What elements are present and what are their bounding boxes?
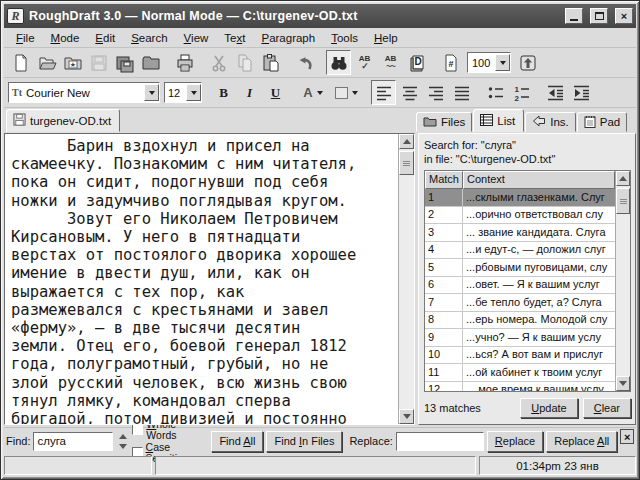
match-row[interactable]: 11...ой кабинет к твоим услуг bbox=[425, 364, 615, 382]
zoom-select[interactable]: 100 bbox=[467, 52, 511, 73]
match-row[interactable]: 3... звание кандидата. Слуга bbox=[425, 224, 615, 242]
font-family-select[interactable]: Tt Courier New bbox=[8, 82, 160, 103]
menu-mode[interactable]: Mode bbox=[43, 30, 88, 46]
spinner-down-button[interactable] bbox=[117, 442, 128, 450]
bullet-list-icon bbox=[487, 84, 505, 102]
editor-scrollbar[interactable] bbox=[398, 134, 414, 424]
match-list-scrollbar[interactable] bbox=[615, 171, 630, 391]
tab-pad[interactable]: Pad bbox=[577, 112, 627, 132]
word-count-button[interactable]: # bbox=[438, 50, 463, 75]
italic-button[interactable]: I bbox=[237, 80, 262, 105]
replace-input[interactable] bbox=[396, 432, 484, 451]
column-header-context[interactable]: Context bbox=[463, 171, 615, 189]
svg-text:2: 2 bbox=[514, 93, 519, 102]
match-row[interactable]: 12... мое время к вашим услу bbox=[425, 382, 615, 392]
highlight-color-button[interactable] bbox=[330, 80, 362, 105]
close-icon: × bbox=[621, 10, 627, 22]
new-document-button[interactable] bbox=[8, 50, 33, 75]
tab-row: turgenev-OD.txt Files List Ins. Pad bbox=[4, 108, 636, 132]
menu-search[interactable]: Search bbox=[123, 30, 175, 46]
find-in-files-button[interactable]: Find In Files bbox=[266, 431, 342, 452]
align-left-button[interactable] bbox=[371, 80, 396, 105]
editor-scrollbar-thumb[interactable] bbox=[399, 151, 414, 175]
list-scroll-up-button[interactable] bbox=[616, 171, 630, 186]
print-button[interactable] bbox=[172, 50, 197, 75]
font-dropdown-arrow[interactable] bbox=[144, 84, 159, 101]
numbered-list-button[interactable]: 12 bbox=[509, 80, 534, 105]
tab-list[interactable]: List bbox=[473, 109, 524, 132]
menu-text[interactable]: Text bbox=[216, 30, 253, 46]
maximize-button[interactable] bbox=[590, 8, 608, 24]
menu-file[interactable]: File bbox=[8, 30, 43, 46]
closed-folder-icon bbox=[141, 53, 161, 73]
editor-scrollbar-track[interactable] bbox=[399, 149, 414, 409]
align-center-button[interactable] bbox=[397, 80, 422, 105]
menu-tools[interactable]: Tools bbox=[323, 30, 366, 46]
menu-paragraph[interactable]: Paragraph bbox=[253, 30, 323, 46]
match-row[interactable]: 1...склыми глазенками. Слуг bbox=[425, 189, 615, 207]
match-row[interactable]: 6...овет. — Я к вашим услуг bbox=[425, 277, 615, 295]
match-row[interactable]: 5...рбовыми пуговицами, слу bbox=[425, 259, 615, 277]
tab-ins[interactable]: Ins. bbox=[525, 112, 576, 132]
text-editor[interactable]: Барин вздохнул и присел на скамеечку. По… bbox=[4, 133, 415, 425]
list-scroll-down-button[interactable] bbox=[616, 376, 630, 391]
menu-view[interactable]: View bbox=[176, 30, 217, 46]
whole-words-checkbox[interactable] bbox=[132, 424, 143, 435]
menu-edit[interactable]: Edit bbox=[87, 30, 123, 46]
match-row[interactable]: 8...ерь номера. Молодой слу bbox=[425, 312, 615, 330]
auto-spellcheck-button[interactable]: AB ~~ bbox=[378, 50, 403, 75]
align-right-button[interactable] bbox=[423, 80, 448, 105]
save-all-button[interactable] bbox=[112, 50, 137, 75]
document-tab[interactable]: turgenev-OD.txt bbox=[6, 109, 120, 132]
column-header-match[interactable]: Match bbox=[425, 171, 463, 189]
font-icon: Tt bbox=[9, 87, 22, 98]
open-favorites-button[interactable]: ★ bbox=[60, 50, 85, 75]
open-file-button[interactable] bbox=[34, 50, 59, 75]
close-button[interactable]: × bbox=[615, 8, 633, 24]
replace-button[interactable]: Replace bbox=[487, 431, 543, 452]
bullet-list-button[interactable] bbox=[483, 80, 508, 105]
size-dropdown-arrow[interactable] bbox=[186, 84, 201, 101]
spinner-up-button[interactable] bbox=[117, 432, 128, 440]
tab-ins-label: Ins. bbox=[550, 116, 569, 128]
font-size-value: 12 bbox=[165, 87, 186, 99]
match-row[interactable]: 4...и едут-с, — доложил слуг bbox=[425, 242, 615, 260]
find-bar-close-button[interactable]: × bbox=[620, 429, 634, 444]
dictionary-button[interactable]: D bbox=[404, 50, 429, 75]
tab-files[interactable]: Files bbox=[416, 112, 472, 132]
font-color-button[interactable]: A bbox=[297, 80, 329, 105]
minimize-button[interactable] bbox=[565, 8, 583, 24]
paste-button[interactable] bbox=[258, 50, 283, 75]
search-for-line: Search for: "слуга" bbox=[424, 138, 631, 152]
menu-help[interactable]: Help bbox=[366, 30, 406, 46]
editor-text[interactable]: Барин вздохнул и присел на скамеечку. По… bbox=[5, 134, 398, 424]
scroll-up-button[interactable] bbox=[399, 134, 414, 149]
match-row[interactable]: 10...ься? А вот вам и прислуг bbox=[425, 347, 615, 365]
undo-icon bbox=[295, 53, 315, 73]
font-size-select[interactable]: 12 bbox=[164, 82, 202, 103]
list-scrollbar-thumb[interactable] bbox=[616, 188, 630, 214]
export-button[interactable] bbox=[515, 50, 540, 75]
match-row[interactable]: 7...бе тепло будет, а? Слуга bbox=[425, 294, 615, 312]
decrease-indent-button[interactable] bbox=[543, 80, 568, 105]
find-all-button[interactable]: Find All bbox=[211, 431, 263, 452]
undo-button[interactable] bbox=[292, 50, 317, 75]
list-scrollbar-track[interactable] bbox=[616, 186, 630, 376]
find-input[interactable] bbox=[33, 432, 113, 451]
match-row[interactable]: 2...орично ответствовал слу bbox=[425, 207, 615, 225]
update-button[interactable]: Update bbox=[520, 398, 577, 418]
spellcheck-button[interactable]: AB ✓ bbox=[352, 50, 377, 75]
find-button[interactable] bbox=[326, 50, 351, 75]
close-file-button[interactable] bbox=[138, 50, 163, 75]
align-justify-button[interactable] bbox=[449, 80, 474, 105]
increase-indent-button[interactable] bbox=[569, 80, 594, 105]
scroll-down-button[interactable] bbox=[399, 409, 414, 424]
clear-button[interactable]: Clear bbox=[583, 398, 631, 418]
zoom-dropdown-arrow[interactable] bbox=[495, 54, 510, 71]
replace-all-button[interactable]: Replace All bbox=[546, 431, 617, 452]
match-row[interactable]: 9...учно? — Я к вашим услу bbox=[425, 329, 615, 347]
underline-button[interactable]: U bbox=[263, 80, 288, 105]
copy-icon bbox=[235, 53, 255, 73]
bold-button[interactable]: B bbox=[211, 80, 236, 105]
window-title: RoughDraft 3.0 — Normal Mode — C:\turgen… bbox=[29, 9, 560, 23]
